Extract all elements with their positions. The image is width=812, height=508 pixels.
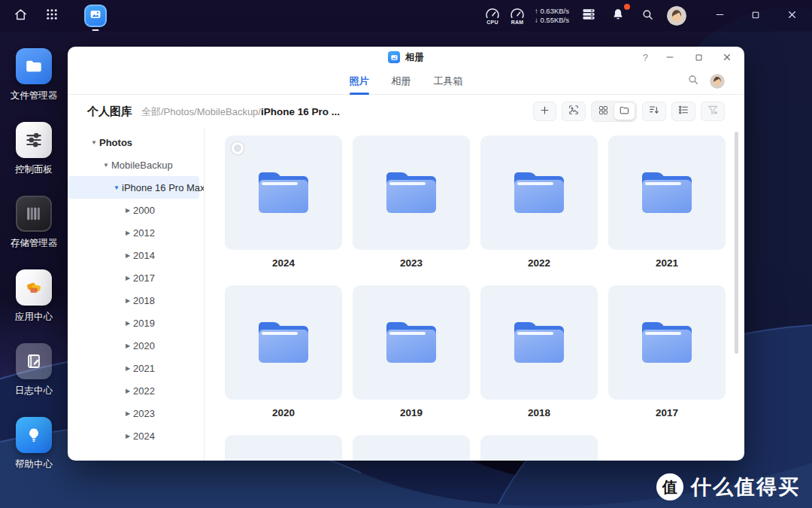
- dock-item-app-center[interactable]: 应用中心: [15, 269, 53, 324]
- caret-right-icon[interactable]: ▶: [123, 297, 133, 304]
- tree-node-2021[interactable]: ▶2021: [68, 357, 199, 379]
- global-search-button[interactable]: [638, 6, 657, 26]
- tree-node-2019[interactable]: ▶2019: [68, 312, 199, 334]
- add-button[interactable]: [533, 102, 556, 121]
- breadcrumb-path[interactable]: 全部/Photos/MobileBackup/: [141, 106, 261, 117]
- folder-tile-2017[interactable]: 2017: [608, 285, 726, 419]
- window-close-button[interactable]: [720, 50, 734, 64]
- tree-node-2014[interactable]: ▶2014: [68, 244, 199, 266]
- caret-right-icon[interactable]: ▶: [123, 252, 133, 259]
- tab-photos[interactable]: 照片: [350, 68, 369, 95]
- window-titlebar[interactable]: 相册 ?: [68, 47, 744, 68]
- tree-node-2022[interactable]: ▶2022: [68, 379, 199, 402]
- notifications-button[interactable]: [608, 6, 628, 26]
- folder-tile-label: 2018: [480, 407, 598, 419]
- window-maximize-button[interactable]: [692, 50, 705, 64]
- tree-node-2023[interactable]: ▶2023: [68, 402, 199, 424]
- caret-down-icon[interactable]: ▼: [89, 139, 99, 146]
- tree-node-photos[interactable]: ▼Photos: [68, 131, 199, 154]
- cpu-label: CPU: [486, 20, 498, 25]
- photo-recognition-button[interactable]: [562, 102, 586, 121]
- folder-tile-2019[interactable]: 2019: [353, 285, 470, 419]
- folder-tile-2022[interactable]: 2022: [480, 135, 598, 269]
- folder-view-button[interactable]: [614, 103, 635, 120]
- tab-albums[interactable]: 相册: [392, 68, 411, 95]
- upload-speed: ↑ 0.63KB/s: [535, 7, 569, 16]
- window-minimize-button[interactable]: [663, 50, 677, 64]
- caret-right-icon[interactable]: ▶: [123, 275, 133, 281]
- maximize-icon: [751, 9, 760, 23]
- folder-tile-2024[interactable]: 2024: [225, 135, 342, 269]
- select-circle[interactable]: [232, 142, 244, 154]
- desktop-close-button[interactable]: [782, 6, 801, 26]
- dock-item-label: 存储管理器: [11, 237, 58, 250]
- filter-button[interactable]: [701, 102, 725, 121]
- detail-list-icon: [677, 104, 689, 119]
- caret-right-icon[interactable]: ▶: [123, 207, 133, 214]
- detail-list-button[interactable]: [671, 102, 695, 121]
- tree-node-2018[interactable]: ▶2018: [68, 289, 199, 312]
- ram-monitor[interactable]: RAM: [510, 8, 525, 25]
- album-app-icon: [388, 51, 400, 63]
- folder-tile-label: 2021: [608, 257, 726, 269]
- folder-tile-label: 2020: [225, 407, 342, 419]
- tree-node-2000[interactable]: ▶2000: [68, 199, 199, 221]
- smzdm-watermark-text: 什么值得买: [691, 473, 800, 500]
- taskbar-album-app-button[interactable]: [84, 5, 107, 27]
- caret-right-icon[interactable]: ▶: [123, 342, 133, 349]
- tree-node-mobilebackup[interactable]: ▼MobileBackup: [68, 154, 199, 176]
- grid-view-button[interactable]: [593, 103, 614, 120]
- caret-right-icon[interactable]: ▶: [123, 410, 133, 417]
- dock-item-control-panel[interactable]: 控制面板: [15, 122, 53, 176]
- tree-node-2024[interactable]: ▶2024: [68, 424, 199, 447]
- drives-icon: [16, 196, 52, 232]
- home-button[interactable]: [11, 6, 30, 26]
- folder-icon: [386, 172, 436, 213]
- photo-app-icon: [89, 8, 102, 24]
- caret-right-icon[interactable]: ▶: [123, 365, 133, 372]
- album-user-avatar[interactable]: [710, 74, 725, 89]
- caret-down-icon[interactable]: ▼: [101, 162, 111, 169]
- caret-right-icon[interactable]: ▶: [123, 320, 133, 327]
- folder-tile-2021[interactable]: 2021: [608, 135, 726, 269]
- tab-toolbox[interactable]: 工具箱: [434, 68, 463, 95]
- tab-label: 相册: [392, 75, 411, 88]
- user-avatar[interactable]: [667, 6, 686, 26]
- tree-node-label: iPhone 16 Pro Max: [122, 182, 205, 193]
- dock-item-log-center[interactable]: 日志中心: [15, 343, 53, 397]
- help-button[interactable]: ?: [643, 52, 648, 63]
- dock-item-label: 日志中心: [15, 385, 53, 397]
- tree-node-label: 2023: [133, 408, 155, 419]
- tree-node-label: 2019: [133, 318, 155, 329]
- dock-item-help-center[interactable]: 帮助中心: [15, 417, 53, 471]
- desktop-minimize-button[interactable]: [710, 6, 729, 26]
- folder-tile-partial[interactable]: [480, 435, 598, 461]
- network-speed[interactable]: ↑ 0.63KB/s ↓ 0.55KB/s: [535, 7, 569, 25]
- folder-icon: [642, 322, 692, 363]
- tree-node-iphone-16-pro-max[interactable]: ▼iPhone 16 Pro Max: [68, 176, 199, 199]
- folder-tile-2020[interactable]: 2020: [225, 285, 342, 419]
- caret-down-icon[interactable]: ▼: [111, 184, 122, 191]
- caret-right-icon[interactable]: ▶: [123, 433, 133, 440]
- breadcrumb: 个人图库 全部/Photos/MobileBackup/iPhone 16 Pr…: [87, 105, 340, 119]
- desktop-maximize-button[interactable]: [746, 6, 765, 26]
- sort-button[interactable]: [642, 102, 666, 121]
- tree-node-2017[interactable]: ▶2017: [68, 266, 199, 289]
- album-search-button[interactable]: [687, 74, 699, 89]
- task-queue-button[interactable]: [579, 6, 598, 26]
- tree-node-2012[interactable]: ▶2012: [68, 221, 199, 244]
- vertical-scrollbar[interactable]: [735, 132, 738, 354]
- folder-tile-partial[interactable]: [225, 435, 342, 461]
- dock-item-storage-manager[interactable]: 存储管理器: [11, 196, 58, 250]
- app-launcher-button[interactable]: [42, 6, 62, 26]
- caret-right-icon[interactable]: ▶: [123, 230, 133, 236]
- tree-node-2020[interactable]: ▶2020: [68, 334, 199, 357]
- folder-tile-partial[interactable]: [353, 435, 470, 461]
- folder-tile-2018[interactable]: 2018: [480, 285, 598, 419]
- folder-tile-2023[interactable]: 2023: [353, 135, 470, 269]
- folder-icon: [16, 48, 52, 84]
- dock-item-file-manager[interactable]: 文件管理器: [11, 48, 58, 102]
- folder-tile-label: 2023: [353, 257, 470, 269]
- caret-right-icon[interactable]: ▶: [123, 388, 133, 394]
- cpu-monitor[interactable]: CPU: [485, 8, 500, 25]
